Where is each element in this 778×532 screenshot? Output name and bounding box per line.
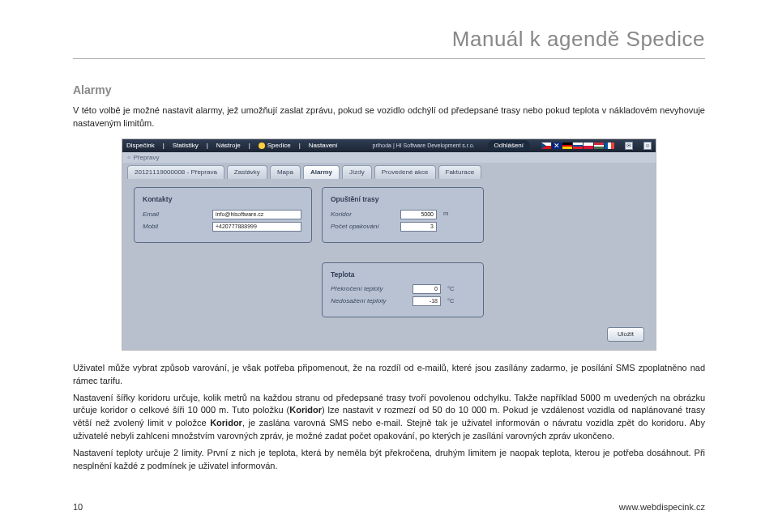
koridor-label: Koridor bbox=[331, 210, 395, 219]
breadcrumb-bar: Přepravy bbox=[122, 152, 656, 163]
panel-teplota: Teplota Překročení teploty 0 °C Nedosaže… bbox=[322, 262, 484, 317]
tab-alarmy[interactable]: Alarmy bbox=[303, 165, 340, 180]
tab-provedene-akce[interactable]: Provedené akce bbox=[374, 165, 436, 180]
tabstrip: 20121119000008 - Přeprava Zastávky Mapa … bbox=[122, 163, 656, 180]
page-number: 10 bbox=[73, 501, 83, 514]
flag-fr-icon[interactable] bbox=[605, 143, 614, 149]
nedosazeni-label: Nedosažení teploty bbox=[331, 296, 408, 306]
tab-jizdy[interactable]: Jízdy bbox=[342, 165, 372, 180]
mobil-label: Mobil bbox=[143, 222, 207, 232]
flag-pl-icon[interactable] bbox=[584, 143, 593, 149]
menu-nastaveni[interactable]: Nastavení bbox=[309, 141, 338, 151]
panel-title: Kontakty bbox=[143, 194, 303, 204]
flag-de-icon[interactable] bbox=[562, 143, 572, 149]
flag-uk-icon[interactable] bbox=[552, 143, 562, 149]
panel-kontakty: Kontakty Email info@hisoftware.cz Mobil … bbox=[134, 187, 312, 242]
user-icon[interactable]: ☺ bbox=[643, 142, 652, 150]
flag-cz-icon[interactable] bbox=[541, 143, 551, 149]
save-button[interactable]: Uložit bbox=[607, 327, 644, 342]
tab-mapa[interactable]: Mapa bbox=[270, 165, 301, 180]
page-footer: 10 www.webdispecink.cz bbox=[0, 501, 778, 514]
site-url: www.webdispecink.cz bbox=[619, 501, 705, 514]
panel-title: Opuštění trasy bbox=[331, 194, 475, 204]
tab-preprava[interactable]: 20121119000008 - Přeprava bbox=[127, 165, 224, 180]
tab-zastavky[interactable]: Zastávky bbox=[227, 165, 267, 180]
koridor-input[interactable]: 5000 bbox=[400, 210, 437, 219]
logout-button[interactable]: Odhlášení bbox=[488, 140, 530, 151]
msg-icon[interactable]: ✉ bbox=[625, 142, 633, 150]
mobil-input[interactable]: +420777888999 bbox=[212, 222, 301, 232]
email-input[interactable]: info@hisoftware.cz bbox=[212, 210, 301, 219]
nedosazeni-input[interactable]: -18 bbox=[413, 296, 441, 306]
email-label: Email bbox=[143, 210, 207, 219]
status-text: prihoda | HI Software Development s.r.o. bbox=[373, 142, 475, 150]
tab-fakturace[interactable]: Fakturace bbox=[438, 165, 482, 180]
paragraph-3: Nastavení šířky koridoru určuje, kolik m… bbox=[73, 392, 705, 444]
page-title: Manuál k agendě Spedice bbox=[73, 24, 705, 59]
koridor-unit: m bbox=[443, 210, 448, 219]
flag-sk-icon[interactable] bbox=[573, 143, 583, 149]
menubar: Dispečink| Statistiky| Nástroje| Spedice… bbox=[122, 139, 656, 152]
intro-paragraph: V této volbě je možné nastavit alarmy, j… bbox=[73, 104, 705, 130]
prekroceni-input[interactable]: 0 bbox=[413, 284, 441, 294]
menu-dispecink[interactable]: Dispečink bbox=[126, 141, 155, 151]
panel-opusteni-trasy: Opuštění trasy Koridor 5000 m Počet opak… bbox=[322, 187, 484, 242]
menu-nastroje[interactable]: Nástroje bbox=[216, 141, 241, 151]
pocet-label: Počet opakování bbox=[331, 222, 395, 232]
unit: °C bbox=[447, 297, 454, 306]
paragraph-4: Nastavení teploty určuje 2 limity. První… bbox=[73, 447, 705, 473]
unit: °C bbox=[447, 285, 454, 294]
pocet-input[interactable]: 3 bbox=[400, 222, 437, 232]
menu-statistiky[interactable]: Statistiky bbox=[173, 141, 199, 151]
paragraph-2: Uživatel může vybrat způsob varování, je… bbox=[73, 362, 705, 388]
panel-title: Teplota bbox=[331, 270, 475, 279]
menu-spedice[interactable]: Spedice bbox=[259, 141, 291, 151]
breadcrumb[interactable]: Přepravy bbox=[127, 153, 159, 163]
flag-hu-icon[interactable] bbox=[594, 143, 604, 149]
bullet-icon bbox=[259, 143, 265, 149]
flag-switcher[interactable] bbox=[541, 143, 614, 149]
app-screenshot: Dispečink| Statistiky| Nástroje| Spedice… bbox=[122, 138, 656, 351]
prekroceni-label: Překročení teploty bbox=[331, 284, 408, 294]
section-heading: Alarmy bbox=[73, 82, 705, 98]
